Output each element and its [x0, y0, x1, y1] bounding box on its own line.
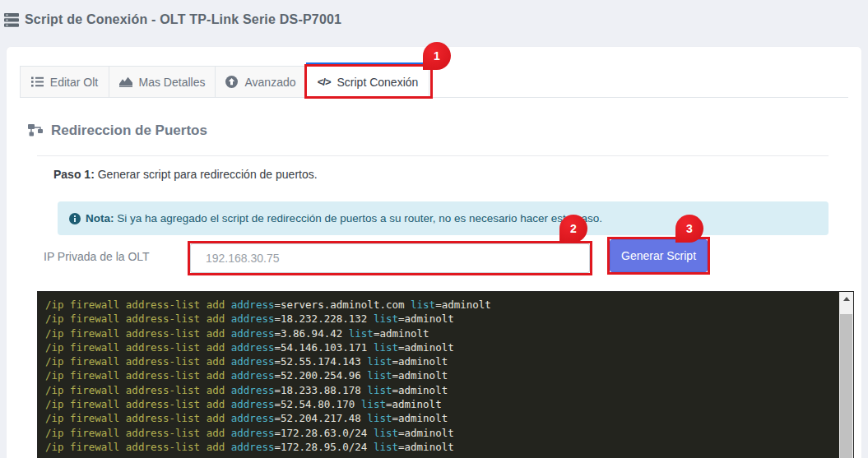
code-line: /ip firewall address-list add address=18… [45, 383, 830, 397]
step-label: Paso 1: [53, 168, 95, 181]
tab-bar: Editar Olt Mas Detalles Avanzado [20, 66, 848, 98]
annotation-rect-input [188, 241, 592, 275]
sitemap-icon [28, 124, 44, 137]
code-line: /ip firewall address-list add address=17… [45, 426, 830, 440]
ip-field-label: IP Privada de la OLT [44, 237, 188, 263]
info-icon [69, 213, 81, 224]
tab-label: Mas Detalles [139, 76, 206, 89]
tab-label: Script Conexión [337, 76, 418, 89]
step-text: Paso 1: Generar script para redirección … [53, 168, 848, 181]
scrollbar-thumb[interactable] [840, 314, 852, 458]
code-line: /ip firewall address-list add address=18… [45, 312, 830, 326]
chart-area-icon [119, 76, 132, 87]
alert-message: Si ya ha agregado el script de redirecci… [114, 212, 603, 224]
tab-editar-olt[interactable]: Editar Olt [20, 66, 109, 97]
page-title: Script de Conexión - OLT TP-Link Serie D… [25, 12, 341, 27]
code-line: /ip firewall address-list add address=52… [45, 368, 830, 382]
terminal-code: /ip firewall address-list add address=se… [38, 292, 853, 458]
section-title: Redireccion de Puertos [51, 123, 207, 139]
list-icon [31, 76, 44, 87]
divider [37, 155, 829, 156]
code-line: /ip firewall address-list add address=52… [45, 354, 830, 368]
code-line: /ip firewall address-list add address=3.… [45, 326, 830, 340]
server-icon [4, 13, 19, 27]
olt-card: Editar Olt Mas Detalles Avanzado [7, 47, 861, 458]
code-line: /ip firewall address-list add address=52… [45, 397, 830, 411]
alert-label: Nota: [86, 212, 114, 224]
generate-script-button[interactable]: Generar Script [610, 239, 708, 272]
step-description: Generar script para redirección de puert… [95, 168, 318, 181]
ip-input[interactable] [190, 243, 590, 273]
section-heading: Redireccion de Puertos [28, 123, 848, 139]
code-icon: </> [318, 76, 331, 88]
terminal-scrollbar[interactable] [839, 292, 853, 458]
script-output-terminal[interactable]: /ip firewall address-list add address=se… [37, 291, 854, 458]
code-line: /ip firewall address-list add address=17… [45, 440, 830, 454]
code-line: /ip firewall address-list add address=54… [45, 340, 830, 354]
annotation-rect-button: Generar Script [607, 237, 710, 275]
tab-label: Avanzado [244, 76, 295, 89]
scroll-up-icon[interactable] [839, 292, 853, 306]
code-line: /ip firewall address-list add address=52… [45, 411, 830, 425]
alert-text: Nota: Si ya ha agregado el script de red… [86, 212, 602, 224]
tab-script-conexion[interactable]: </> Script Conexión [307, 66, 429, 97]
tab-mas-detalles[interactable]: Mas Detalles [109, 66, 216, 97]
ip-form-row: IP Privada de la OLT Generar Script [44, 237, 848, 275]
code-line: /ip firewall address-list add address=se… [45, 298, 830, 312]
info-alert: Nota: Si ya ha agregado el script de red… [58, 201, 829, 235]
tab-avanzado[interactable]: Avanzado [216, 66, 307, 97]
tab-label: Editar Olt [50, 76, 98, 89]
arrow-circle-up-icon [225, 76, 238, 88]
page-header: Script de Conexión - OLT TP-Link Serie D… [0, 0, 868, 47]
